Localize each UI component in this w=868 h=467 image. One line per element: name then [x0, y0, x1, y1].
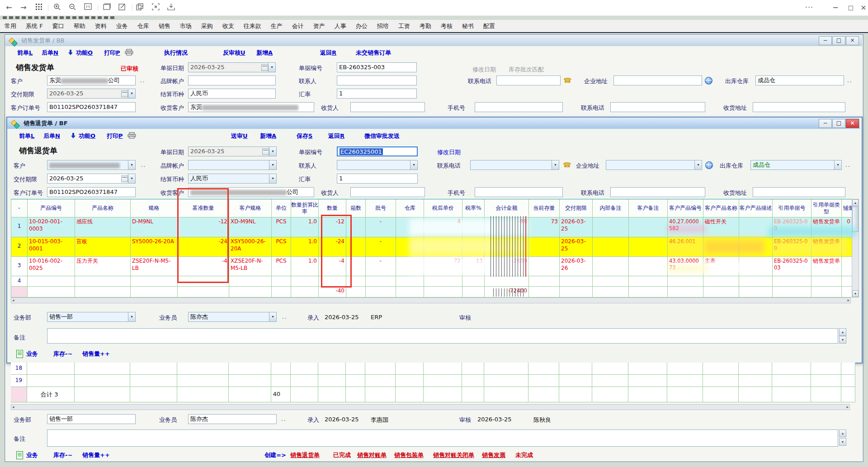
- cell-spec[interactable]: [131, 276, 178, 287]
- cell-due[interactable]: 2026-03-26: [560, 257, 593, 276]
- bb-wh-field[interactable]: 成品仓: [755, 75, 844, 85]
- bb-close-icon[interactable]: ×: [846, 36, 859, 45]
- bb-cell-base_qty[interactable]: [177, 363, 229, 375]
- bf-po-field[interactable]: B01102SPO260371847: [47, 187, 136, 197]
- cell-cust_desc[interactable]: [739, 217, 773, 237]
- bf-note-field[interactable]: [47, 328, 838, 344]
- bb-cell-num[interactable]: 19: [11, 375, 27, 387]
- bb-person-field[interactable]: 陈亦杰: [188, 414, 277, 424]
- bb-recv_addr-field[interactable]: [753, 102, 845, 112]
- cell-spec[interactable]: SY5000-26-20A: [131, 237, 178, 257]
- bf-printer-icon[interactable]: [127, 132, 136, 141]
- window-minimize-icon[interactable]: −: [831, 3, 840, 12]
- bb-cell-spec[interactable]: [130, 363, 177, 375]
- menu-item-9[interactable]: 采购: [201, 22, 213, 30]
- cell-unit[interactable]: PCS: [272, 217, 291, 237]
- menu-item-12[interactable]: 生产: [271, 22, 283, 30]
- bb-wh-browse[interactable]: ..: [847, 77, 853, 84]
- menu-item-1[interactable]: 系统 F: [26, 22, 43, 30]
- cell-note_cust[interactable]: [629, 257, 668, 276]
- cell-cust_code[interactable]: [668, 276, 703, 287]
- cell-cust_name[interactable]: [703, 276, 739, 287]
- back-icon[interactable]: ←: [5, 3, 14, 12]
- cell-ratio[interactable]: 1.0: [291, 217, 319, 237]
- bf-toolbar-打印[interactable]: 打印P: [107, 132, 123, 140]
- bf-recvp-field[interactable]: [350, 187, 425, 197]
- bb-toolbar-新增[interactable]: 新增A: [256, 49, 273, 57]
- bb-tel2-field[interactable]: [610, 102, 705, 112]
- bb-cell-spec[interactable]: [130, 375, 177, 387]
- bf-note-down-icon[interactable]: ▾: [839, 336, 846, 344]
- text-select-icon[interactable]: [151, 3, 160, 12]
- zoom-in-icon[interactable]: [52, 3, 61, 12]
- menu-item-10[interactable]: 收支: [222, 22, 234, 30]
- bb-horizontal-scrollbar[interactable]: ◂ ▸: [11, 404, 850, 410]
- new-window-icon[interactable]: [102, 3, 111, 12]
- chevron-down-icon[interactable]: ▾: [834, 160, 841, 170]
- cell-num[interactable]: 4: [11, 276, 28, 287]
- bb-toolbar-打印[interactable]: 打印P: [104, 49, 120, 57]
- cell-unit[interactable]: [272, 276, 291, 287]
- bf-wh-browse[interactable]: ..: [845, 162, 851, 168]
- bb-cell-amount[interactable]: [484, 375, 528, 387]
- phone-icon[interactable]: ☎: [563, 76, 572, 85]
- bb-cell-aux[interactable]: [841, 375, 855, 387]
- cell-cust_spec[interactable]: XD-M9NL: [229, 217, 272, 237]
- calendar-icon[interactable]: [262, 148, 269, 155]
- bb-note-up-icon[interactable]: ▴: [839, 429, 846, 437]
- zoom-out-icon[interactable]: [68, 3, 77, 12]
- bb-recvp-field[interactable]: [350, 102, 425, 112]
- bf-vertical-scrollbar[interactable]: ▴ ▾: [852, 199, 859, 297]
- chevron-down-icon[interactable]: ▾: [269, 160, 276, 170]
- menu-item-3[interactable]: 帮助: [74, 22, 85, 30]
- cell-name[interactable]: [75, 276, 131, 287]
- bf-footer-stock[interactable]: 库存-~: [53, 350, 72, 358]
- bb-cell-aux[interactable]: [841, 363, 855, 375]
- menu-item-11[interactable]: 往来款: [244, 22, 261, 30]
- menu-item-21[interactable]: 秘书: [462, 22, 474, 30]
- bb-table-row[interactable]: 19: [11, 375, 855, 387]
- cell-ratio[interactable]: [291, 276, 319, 287]
- menu-item-0[interactable]: 常用: [5, 22, 16, 30]
- calendar-icon[interactable]: [121, 90, 128, 97]
- bf-person-combo[interactable]: 陈亦杰▾: [188, 312, 277, 322]
- menu-item-18[interactable]: 工资: [398, 22, 410, 30]
- bb-cell-price[interactable]: [424, 375, 462, 387]
- cell-due[interactable]: 2026-03-25: [560, 237, 593, 257]
- bb-cell-batch[interactable]: [365, 363, 396, 375]
- cell-note_cust[interactable]: [629, 276, 668, 287]
- menu-item-19[interactable]: 考勤: [420, 22, 431, 30]
- bb-contact-field[interactable]: [337, 75, 417, 85]
- bb-cell-stock[interactable]: [528, 375, 559, 387]
- cell-spec[interactable]: ZSE20F-N-M5-LB: [131, 257, 178, 276]
- chevron-down-icon[interactable]: ▾: [269, 147, 276, 156]
- menu-item-5[interactable]: 业务: [116, 22, 128, 30]
- calendar-icon[interactable]: [121, 175, 128, 182]
- cell-code[interactable]: 10-020-001-0003: [28, 217, 75, 237]
- cell-code[interactable]: 10-016-002-0025: [28, 257, 75, 276]
- bf-brand-field[interactable]: ▾: [188, 160, 277, 170]
- bf-addr-field[interactable]: ▾: [606, 160, 702, 170]
- cell-stock[interactable]: [529, 257, 560, 276]
- cell-batch[interactable]: -: [366, 257, 396, 276]
- bf-recv_addr-field[interactable]: [753, 187, 845, 197]
- chevron-down-icon[interactable]: ▾: [128, 174, 135, 183]
- bf-titlebar[interactable]: 销售退货单 / BF − □ ×: [7, 118, 860, 129]
- bb-cell-cust_code[interactable]: [667, 363, 703, 375]
- cell-note_int[interactable]: [593, 217, 629, 237]
- cell-note_int[interactable]: [593, 237, 629, 257]
- bf-bill_no-field[interactable]: EC260325001: [337, 146, 418, 156]
- bb-printer-icon[interactable]: [125, 49, 133, 57]
- bf-dept-combo[interactable]: 销售一部▾: [47, 312, 136, 322]
- calendar-icon[interactable]: [261, 64, 268, 71]
- window-maximize-icon[interactable]: □: [846, 3, 855, 12]
- bf-due-field[interactable]: 2026-03-25▾: [47, 174, 136, 184]
- window-close-icon[interactable]: ×: [859, 3, 868, 12]
- bf-toolbar-返回[interactable]: 返回R: [328, 132, 344, 140]
- bb-toolbar-反审核[interactable]: 反审核U: [223, 49, 245, 57]
- phone-icon[interactable]: ☎: [563, 161, 571, 169]
- bb-cell-cust_spec[interactable]: [229, 375, 271, 387]
- bb-cell-tax[interactable]: [462, 363, 484, 375]
- cell-ref_no[interactable]: [773, 276, 811, 287]
- bb-rate-field[interactable]: 1: [337, 89, 417, 99]
